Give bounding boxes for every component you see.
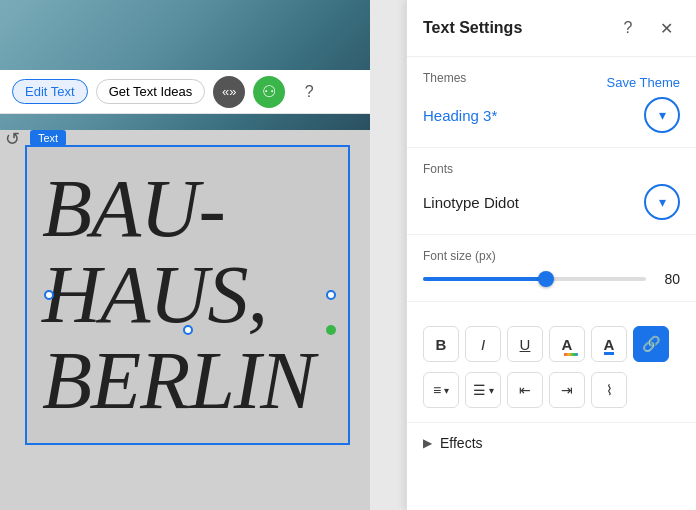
panel-header: Text Settings ? ✕ (407, 0, 696, 57)
list-icon: ☰ (473, 382, 486, 398)
italic-button[interactable]: I (465, 326, 501, 362)
effects-row[interactable]: ▶ Effects (407, 423, 696, 463)
selected-theme-name: Heading 3* (423, 107, 497, 124)
theme-dropdown-button[interactable]: ▾ (644, 97, 680, 133)
special-format-button[interactable]: ⌇ (591, 372, 627, 408)
help-icon: ? (624, 19, 633, 37)
undo-button[interactable]: ↺ (5, 128, 20, 150)
font-size-section: Font size (px) 80 (407, 235, 696, 302)
font-size-slider[interactable] (423, 277, 646, 281)
font-dropdown-button[interactable]: ▾ (644, 184, 680, 220)
save-theme-button[interactable]: Save Theme (607, 75, 680, 90)
themes-section: Themes Save Theme Heading 3* ▾ (407, 57, 696, 148)
list-chevron-icon: ▾ (489, 385, 494, 396)
text-align-button[interactable]: ≡ ▾ (423, 372, 459, 408)
text-settings-panel: Text Settings ? ✕ Themes Save Theme Head… (406, 0, 696, 510)
fonts-section: Fonts Linotype Didot ▾ (407, 148, 696, 235)
link-format-icon: 🔗 (642, 335, 661, 353)
close-icon: ✕ (660, 19, 673, 38)
question-icon: ? (305, 83, 314, 101)
edit-text-button[interactable]: Edit Text (12, 79, 88, 104)
align-chevron-icon: ▾ (444, 385, 449, 396)
format-buttons-row: B I U A A 🔗 (423, 326, 680, 362)
italic-icon: I (481, 336, 485, 353)
fonts-label: Fonts (423, 162, 680, 176)
increase-indent-icon: ⇥ (561, 382, 573, 398)
link-icon: ⚇ (262, 82, 276, 101)
list-style-button[interactable]: ☰ ▾ (465, 372, 501, 408)
editor-toolbar: Edit Text Get Text Ideas «» ⚇ ? (0, 70, 370, 114)
resize-handle-right[interactable] (326, 290, 336, 300)
effects-expand-icon: ▶ (423, 436, 432, 450)
link-format-button[interactable]: 🔗 (633, 326, 669, 362)
font-size-slider-row: 80 (423, 271, 680, 287)
text-edit-box[interactable]: BAU-HAUS,BERLIN (25, 145, 350, 445)
chevron-down-icon-2: ▾ (659, 194, 666, 210)
themes-header-row: Themes Save Theme (423, 71, 680, 93)
slider-fill (423, 277, 546, 281)
decrease-indent-icon: ⇤ (519, 382, 531, 398)
help-icon-button[interactable]: ? (293, 76, 325, 108)
resize-handle-left[interactable] (44, 290, 54, 300)
increase-indent-button[interactable]: ⇥ (549, 372, 585, 408)
panel-help-button[interactable]: ? (614, 14, 642, 42)
bold-icon: B (436, 336, 447, 353)
get-text-ideas-button[interactable]: Get Text Ideas (96, 79, 206, 104)
resize-handle-bottom[interactable] (183, 325, 193, 335)
font-size-label: Font size (px) (423, 249, 680, 263)
resize-handle-corner[interactable] (326, 325, 336, 335)
effects-label: Effects (440, 435, 483, 451)
text-color-icon: A (562, 336, 573, 353)
slider-thumb[interactable] (538, 271, 554, 287)
chevron-down-icon: ▾ (659, 107, 666, 123)
link-icon-button[interactable]: ⚇ (253, 76, 285, 108)
text-highlight-button[interactable]: A (591, 326, 627, 362)
text-highlight-icon: A (604, 336, 615, 353)
bold-button[interactable]: B (423, 326, 459, 362)
underline-button[interactable]: U (507, 326, 543, 362)
element-type-label: Text (30, 130, 66, 146)
special-format-icon: ⌇ (606, 382, 613, 398)
navigate-icon-button[interactable]: «» (213, 76, 245, 108)
themes-label: Themes (423, 71, 466, 85)
font-size-value: 80 (656, 271, 680, 287)
decrease-indent-button[interactable]: ⇤ (507, 372, 543, 408)
format-section: B I U A A 🔗 ≡ (407, 302, 696, 423)
bauhaus-text: BAU-HAUS,BERLIN (42, 166, 314, 424)
underline-icon: U (520, 336, 531, 353)
theme-value-row: Heading 3* ▾ (423, 97, 680, 133)
panel-close-button[interactable]: ✕ (652, 14, 680, 42)
panel-header-icons: ? ✕ (614, 14, 680, 42)
panel-title: Text Settings (423, 19, 522, 37)
font-value-row: Linotype Didot ▾ (423, 184, 680, 220)
alignment-buttons-row: ≡ ▾ ☰ ▾ ⇤ ⇥ ⌇ (423, 372, 680, 408)
align-lines-icon: ≡ (433, 382, 441, 398)
canvas-area: Edit Text Get Text Ideas «» ⚇ ? ↺ Text B… (0, 0, 370, 510)
arrows-icon: «» (222, 84, 236, 99)
text-color-button[interactable]: A (549, 326, 585, 362)
selected-font-name: Linotype Didot (423, 194, 519, 211)
